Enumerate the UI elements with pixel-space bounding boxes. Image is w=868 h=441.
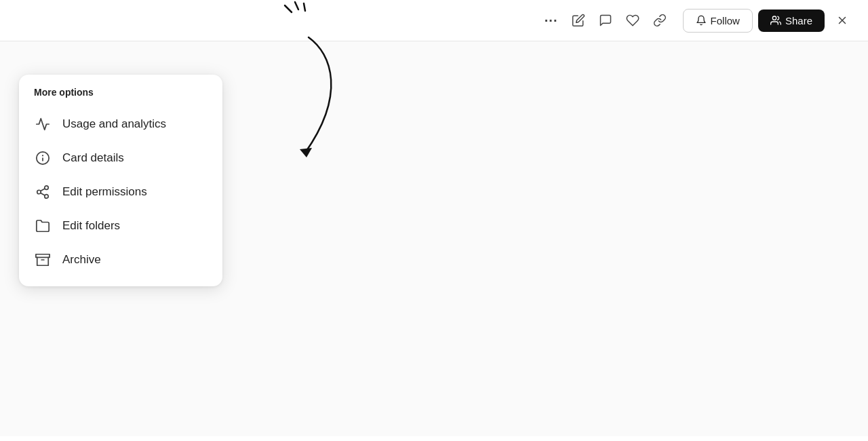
archive-icon: [34, 252, 52, 267]
menu-item-archive[interactable]: Archive: [19, 243, 222, 277]
more-options-button[interactable]: ···: [539, 8, 564, 33]
svg-point-0: [772, 16, 776, 20]
menu-item-edit-permissions[interactable]: Edit permissions: [19, 175, 222, 209]
svg-line-10: [41, 189, 45, 191]
close-button[interactable]: [830, 8, 854, 33]
menu-item-usage-analytics[interactable]: Usage and analytics: [19, 107, 222, 141]
menu-item-edit-folders[interactable]: Edit folders: [19, 209, 222, 243]
toolbar: ··· Follow: [0, 0, 868, 41]
activity-icon: [34, 117, 52, 132]
link-button[interactable]: [648, 8, 672, 33]
comment-button[interactable]: [593, 8, 618, 33]
folder-icon: [34, 218, 52, 233]
svg-rect-11: [36, 254, 50, 258]
share-nodes-icon: [34, 185, 52, 199]
menu-item-edit-folders-label: Edit folders: [62, 219, 120, 233]
menu-item-usage-analytics-label: Usage and analytics: [62, 117, 166, 131]
menu-item-card-details-label: Card details: [62, 151, 124, 165]
info-icon: [34, 151, 52, 166]
more-options-dropdown: More options Usage and analytics Card de…: [19, 75, 222, 286]
toolbar-icon-group: ···: [539, 8, 672, 33]
menu-item-archive-label: Archive: [62, 253, 101, 267]
svg-line-9: [41, 193, 45, 195]
follow-button[interactable]: Follow: [683, 9, 753, 33]
menu-item-card-details[interactable]: Card details: [19, 141, 222, 175]
like-button[interactable]: [620, 8, 645, 33]
follow-label: Follow: [711, 15, 740, 26]
close-icon: [836, 14, 848, 26]
share-label: Share: [785, 15, 812, 26]
share-icon: [770, 15, 781, 26]
share-button[interactable]: Share: [758, 9, 825, 32]
bell-icon: [696, 15, 707, 26]
menu-item-edit-permissions-label: Edit permissions: [62, 185, 147, 199]
dropdown-title: More options: [19, 87, 222, 107]
edit-button[interactable]: [566, 8, 591, 33]
